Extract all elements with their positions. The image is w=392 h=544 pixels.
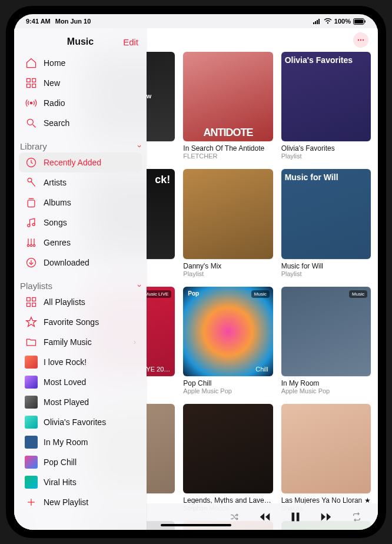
playlist-thumb [25, 476, 38, 489]
section-title: Library [20, 141, 47, 151]
star-icon [25, 316, 38, 329]
sidebar-item-label: In My Room [44, 437, 88, 447]
svg-rect-12 [32, 79, 36, 82]
next-button[interactable] [319, 510, 333, 524]
radio-icon [25, 97, 38, 110]
guitar-icon [25, 236, 38, 249]
playlist-item[interactable]: Olivia's Favorites Olivia's Favorites Pl… [281, 52, 371, 160]
sidebar-item-label: New Playlist [44, 497, 88, 507]
sidebar-item-label: Downloaded [44, 258, 89, 267]
sidebar-item-family-music[interactable]: Family Music › [19, 332, 142, 352]
playlist-item[interactable]: Pop Music Chill Pop Chill Apple Music Po… [183, 287, 273, 394]
sidebar-playlist-item[interactable]: In My Room [19, 432, 142, 452]
playlists-section-header[interactable]: Playlists › [14, 276, 147, 292]
sidebar-item-label: Search [44, 118, 69, 128]
chevron-down-icon: › [135, 284, 144, 287]
sidebar-item-search[interactable]: Search [19, 113, 142, 133]
playlist-artwork: Olivia's Favorites [281, 52, 371, 141]
sidebar-playlist-item[interactable]: Most Played [19, 392, 142, 412]
svg-rect-31 [32, 303, 36, 307]
playlist-item[interactable]: Music for Will Music for Will Playlist [281, 169, 371, 277]
chevron-down-icon: › [135, 145, 144, 147]
sidebar-playlist-item[interactable]: Pop Chill [19, 452, 142, 472]
home-indicator[interactable] [161, 524, 231, 526]
svg-point-9 [360, 39, 361, 41]
sidebar-item-all-playlists[interactable]: All Playlists [19, 292, 142, 312]
previous-button[interactable] [258, 510, 272, 524]
svg-point-10 [363, 39, 364, 41]
playlist-item[interactable]: Music In My Room Apple Music Pop [281, 287, 371, 394]
album-item[interactable]: Las Mujeres Ya No Lloran ★ Shakira [281, 404, 371, 512]
svg-rect-11 [27, 79, 31, 82]
playlist-title: Music for Will [281, 262, 371, 270]
sidebar-item-new-playlist[interactable]: New Playlist [19, 492, 142, 512]
sidebar-item-label: I love Rock! [44, 357, 87, 367]
sidebar-item-label: Family Music [44, 337, 92, 347]
sidebar-item-label: Genres [44, 238, 71, 247]
sidebar-item-label: Favorite Songs [44, 317, 99, 327]
albums-icon [25, 196, 38, 209]
svg-rect-34 [292, 512, 295, 521]
sidebar-title: Music [67, 37, 94, 47]
svg-point-8 [358, 39, 359, 41]
svg-point-22 [28, 224, 30, 227]
sidebar-item-recently-added[interactable]: Recently Added [19, 152, 142, 173]
playlist-thumb [25, 396, 38, 409]
shuffle-button[interactable] [227, 510, 241, 524]
svg-rect-30 [27, 303, 31, 307]
sidebar-item-label: Most Loved [44, 377, 86, 387]
sidebar-item-downloaded[interactable]: Downloaded [19, 253, 142, 273]
playlist-title: Danny's Mix [183, 262, 273, 270]
album-item[interactable]: Legends, Myths and Lave… Stephan Moccio [183, 404, 273, 512]
sidebar-item-label: Home [44, 58, 65, 68]
svg-rect-1 [315, 21, 316, 24]
album-item[interactable]: ANTIDOTE In Search Of The Antidote FLETC… [183, 52, 273, 160]
playlist-subtitle: Playlist [281, 152, 371, 160]
svg-rect-35 [297, 512, 300, 521]
sidebar-playlist-item[interactable]: Olivia's Favorites [19, 412, 142, 432]
album-title: In Search Of The Antidote [183, 144, 273, 152]
sidebar-item-genres[interactable]: Genres [19, 233, 142, 253]
svg-point-26 [33, 244, 35, 246]
sidebar-playlist-item[interactable]: Most Loved [19, 372, 142, 392]
playlist-thumb [25, 436, 38, 449]
repeat-button[interactable] [350, 510, 364, 524]
sidebar-item-artists[interactable]: Artists [19, 173, 142, 193]
playlist-subtitle: Playlist [281, 270, 371, 277]
sidebar: Music Edit Home New Radio Sear [14, 28, 147, 530]
more-button[interactable] [353, 32, 368, 48]
sidebar-item-songs[interactable]: Songs [19, 213, 142, 233]
album-artwork: ANTIDOTE [183, 52, 273, 141]
playlist-subtitle: Apple Music Pop [183, 387, 273, 394]
playlist-thumb [25, 456, 38, 469]
svg-point-19 [28, 178, 32, 183]
playlist-title: Pop Chill [183, 379, 273, 387]
apple-music-badge: Music [251, 290, 270, 298]
section-title: Playlists [20, 281, 52, 291]
svg-rect-2 [317, 20, 318, 24]
sidebar-item-radio[interactable]: Radio [19, 93, 142, 113]
album-subtitle: FLETCHER [183, 152, 273, 160]
sidebar-item-home[interactable]: Home [19, 53, 142, 73]
artwork-text: ANTIDOTE [203, 127, 253, 139]
sidebar-item-favorite-songs[interactable]: Favorite Songs [19, 312, 142, 332]
svg-point-16 [27, 119, 33, 125]
sidebar-item-new[interactable]: New [19, 73, 142, 93]
playlist-thumb [25, 416, 38, 429]
sidebar-playlist-item[interactable]: Viral Hits [19, 472, 142, 492]
sidebar-edit-button[interactable]: Edit [123, 37, 138, 47]
playlists-icon [25, 296, 38, 309]
playlist-thumb [25, 376, 38, 389]
svg-rect-3 [318, 19, 320, 24]
pause-button[interactable] [288, 510, 303, 524]
status-date: Mon Jun 10 [55, 18, 91, 25]
status-bar: 9:41 AM Mon Jun 10 100% [14, 14, 378, 28]
library-section-header[interactable]: Library › [14, 137, 147, 152]
ipad-frame: 9:41 AM Mon Jun 10 100% ••• [6, 6, 386, 538]
svg-rect-14 [32, 84, 36, 88]
sidebar-item-label: Pop Chill [44, 457, 77, 467]
sidebar-item-albums[interactable]: Albums [19, 193, 142, 213]
sidebar-playlist-item[interactable]: I love Rock! [19, 352, 142, 372]
playlist-item[interactable]: Danny's Mix Playlist [183, 169, 273, 277]
svg-rect-0 [313, 22, 314, 24]
